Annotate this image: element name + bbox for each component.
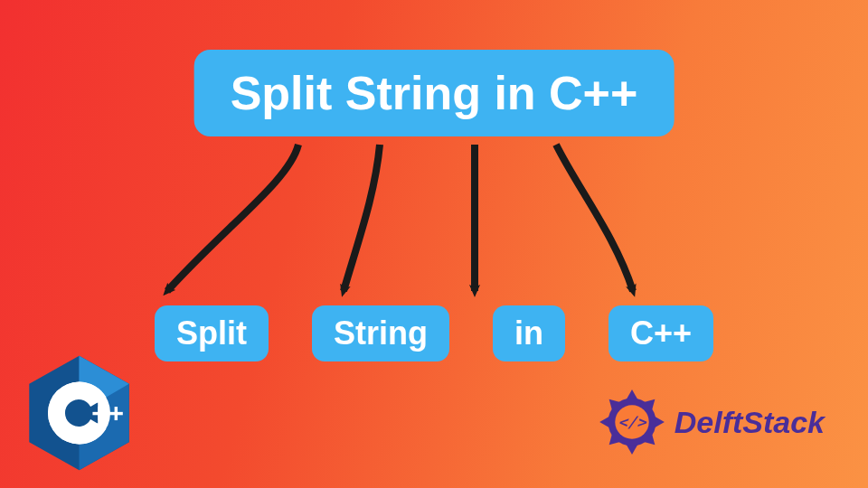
token-cpp-text: C++ bbox=[630, 314, 692, 352]
token-split: Split bbox=[155, 305, 269, 361]
delftstack-logo: </> DelftStack bbox=[597, 387, 825, 457]
svg-rect-10 bbox=[109, 412, 123, 415]
arrow-to-string bbox=[344, 145, 380, 291]
svg-text:</>: </> bbox=[618, 413, 647, 431]
arrow-to-split bbox=[167, 145, 298, 291]
cpp-logo-icon bbox=[27, 354, 131, 472]
token-string: String bbox=[312, 305, 449, 361]
brand-name: DelftStack bbox=[675, 405, 825, 440]
token-row: Split String in C++ bbox=[0, 305, 868, 361]
token-cpp: C++ bbox=[609, 305, 713, 361]
gear-icon: </> bbox=[597, 387, 667, 457]
token-split-text: Split bbox=[176, 314, 247, 352]
token-in-text: in bbox=[514, 314, 543, 352]
svg-rect-8 bbox=[92, 412, 106, 415]
token-in: in bbox=[493, 305, 565, 361]
token-string-text: String bbox=[334, 314, 428, 352]
arrow-to-cpp bbox=[556, 145, 633, 291]
